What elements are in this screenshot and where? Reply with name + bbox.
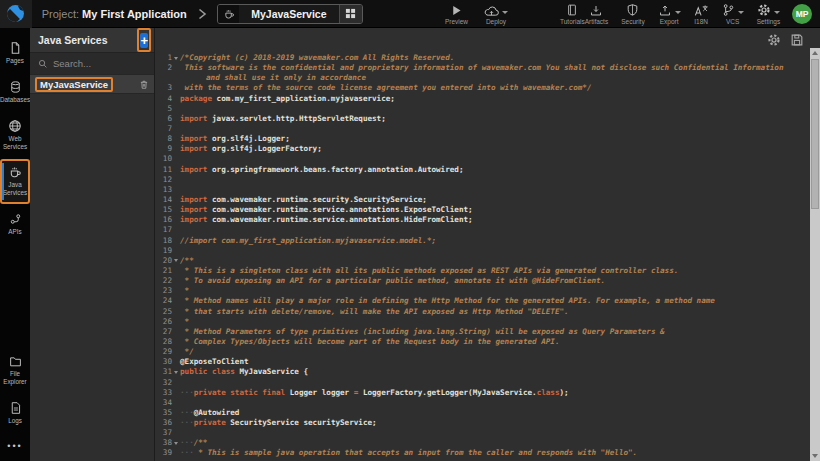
tab-myjavaservice[interactable]: MyJavaService bbox=[217, 4, 363, 24]
code-line[interactable]: 32 bbox=[155, 378, 810, 388]
code-line[interactable]: 37 bbox=[155, 428, 810, 438]
add-service-button[interactable]: + bbox=[140, 33, 148, 48]
sidebar-item-java-services[interactable]: Java Services bbox=[0, 159, 30, 204]
line-number: 30 bbox=[155, 357, 172, 367]
code-line[interactable]: 29 */ bbox=[155, 347, 810, 357]
more-options-button[interactable]: ••• bbox=[0, 433, 30, 461]
code-line[interactable]: 23 * bbox=[155, 286, 810, 296]
fold-marker-icon[interactable] bbox=[172, 367, 180, 377]
editor-scrollbar[interactable] bbox=[810, 48, 820, 461]
fold-marker-icon[interactable] bbox=[172, 53, 180, 63]
code-line[interactable]: and shall use it only in accordance bbox=[155, 73, 810, 83]
fold-marker-icon[interactable] bbox=[172, 256, 180, 266]
code-line[interactable]: 1/*Copyright (c) 2018-2019 wavemaker.com… bbox=[155, 53, 810, 63]
code-line[interactable]: 5 bbox=[155, 104, 810, 114]
vcs-button[interactable]: VCS bbox=[722, 0, 744, 28]
preview-button[interactable]: Preview bbox=[445, 0, 468, 28]
gutter-space bbox=[172, 83, 180, 93]
code-line[interactable]: 10 bbox=[155, 154, 810, 164]
export-button[interactable]: Export bbox=[658, 0, 681, 28]
settings-button[interactable]: Settings bbox=[757, 0, 781, 28]
sidebar-item-file-explorer[interactable]: File Explorer bbox=[0, 349, 30, 393]
line-number: 15 bbox=[155, 205, 172, 215]
code-line[interactable]: 12 bbox=[155, 175, 810, 185]
code-line[interactable]: 3 with the terms of the source code lice… bbox=[155, 83, 810, 93]
branch-icon bbox=[722, 3, 735, 17]
code-line[interactable]: 38···/** bbox=[155, 438, 810, 448]
grid-icon[interactable] bbox=[339, 5, 362, 23]
code-line[interactable]: 6import javax.servlet.http.HttpServletRe… bbox=[155, 114, 810, 124]
editor-settings-button[interactable] bbox=[767, 33, 781, 47]
code-editor[interactable]: 1/*Copyright (c) 2018-2019 wavemaker.com… bbox=[155, 28, 820, 461]
scroll-up-icon[interactable] bbox=[810, 48, 820, 58]
code-line[interactable]: 9import org.slf4j.LoggerFactory; bbox=[155, 144, 810, 154]
i18n-button[interactable]: I18N bbox=[694, 0, 709, 28]
sidebar-item-pages[interactable]: Pages bbox=[0, 35, 30, 72]
code-line[interactable]: 16import com.wavemaker.runtime.service.a… bbox=[155, 215, 810, 225]
line-number: 21 bbox=[155, 266, 172, 276]
code-line[interactable]: 14import com.wavemaker.runtime.security.… bbox=[155, 195, 810, 205]
code-line[interactable]: 22 * To avoid exposing an API for a part… bbox=[155, 276, 810, 286]
tray-down-icon bbox=[589, 4, 603, 17]
sidebar-item-databases[interactable]: Databases bbox=[0, 74, 30, 111]
gutter-space bbox=[172, 388, 180, 398]
book-icon bbox=[566, 2, 578, 17]
code-line[interactable]: 13 bbox=[155, 185, 810, 195]
deploy-button[interactable]: Deploy bbox=[484, 0, 508, 28]
code-line[interactable]: 19 bbox=[155, 246, 810, 256]
code-line[interactable]: 25 * that starts with delete/remove, wil… bbox=[155, 307, 810, 317]
code-line[interactable]: 15import com.wavemaker.runtime.service.a… bbox=[155, 205, 810, 215]
scrollbar-thumb[interactable] bbox=[811, 59, 819, 209]
code-line[interactable]: 27 * Method Parameters of type primitive… bbox=[155, 327, 810, 337]
gutter-space bbox=[172, 215, 180, 225]
topbar-right-actions: ArtifactsSecurityExportI18NVCSSettings bbox=[585, 0, 780, 28]
code-line[interactable]: 34 bbox=[155, 398, 810, 408]
gutter-space bbox=[172, 63, 180, 73]
code-line[interactable]: 39··· * This is sample java operation th… bbox=[155, 448, 810, 458]
code-line[interactable]: 2 This software is the confidential and … bbox=[155, 63, 810, 73]
code-line[interactable]: 4package com.my_first_application.myjava… bbox=[155, 94, 810, 104]
code-line[interactable]: 7 bbox=[155, 124, 810, 134]
code-line[interactable]: 26 * bbox=[155, 317, 810, 327]
code-line[interactable]: 24 * Method names will play a major role… bbox=[155, 296, 810, 306]
code-content[interactable]: 1/*Copyright (c) 2018-2019 wavemaker.com… bbox=[155, 53, 810, 459]
code-line[interactable]: 35···@Autowired bbox=[155, 408, 810, 418]
code-line[interactable]: 36···private SecurityService securitySer… bbox=[155, 418, 810, 428]
gutter-space bbox=[172, 144, 180, 154]
service-list-item[interactable]: MyJavaService bbox=[30, 75, 154, 94]
service-list: MyJavaService bbox=[30, 75, 154, 94]
line-number: 18 bbox=[155, 236, 172, 246]
tab-label: MyJavaService bbox=[239, 5, 338, 23]
gutter-space bbox=[172, 398, 180, 408]
search-icon bbox=[38, 59, 48, 69]
code-line[interactable]: 30@ExposeToClient bbox=[155, 357, 810, 367]
code-line[interactable]: 28 * Complex Types/Objects will become p… bbox=[155, 337, 810, 347]
fold-marker-icon[interactable] bbox=[172, 438, 180, 448]
code-line[interactable]: 31public class MyJavaService { bbox=[155, 367, 810, 377]
wavemaker-logo[interactable] bbox=[0, 0, 32, 28]
user-avatar[interactable]: MP bbox=[792, 4, 812, 24]
code-line[interactable]: 18//import com.my_first_application.myja… bbox=[155, 236, 810, 246]
code-line[interactable]: 33···private static final Logger logger … bbox=[155, 388, 810, 398]
security-button[interactable]: Security bbox=[621, 0, 644, 28]
gutter-space bbox=[172, 195, 180, 205]
code-line[interactable]: 20/** bbox=[155, 256, 810, 266]
service-search-input[interactable]: Search... bbox=[30, 53, 154, 75]
tutorials-button[interactable]: Tutorials bbox=[560, 0, 585, 28]
sidebar-item-web-services[interactable]: Web Services bbox=[0, 113, 30, 158]
code-line[interactable]: 17 bbox=[155, 225, 810, 235]
scroll-down-icon[interactable] bbox=[810, 451, 820, 461]
delete-service-button[interactable] bbox=[139, 79, 149, 90]
project-name[interactable]: My First Application bbox=[82, 8, 187, 20]
gutter-space bbox=[172, 134, 180, 144]
sidebar-item-apis[interactable]: APIs bbox=[0, 206, 30, 243]
code-line[interactable]: 21 * This is a singleton class with all … bbox=[155, 266, 810, 276]
save-button[interactable] bbox=[790, 33, 804, 47]
cloud-up-icon bbox=[484, 5, 499, 17]
gutter-space bbox=[172, 307, 180, 317]
code-line[interactable]: 8import org.slf4j.Logger; bbox=[155, 134, 810, 144]
sidebar-item-logs[interactable]: Logs bbox=[0, 395, 30, 432]
artifacts-button[interactable]: Artifacts bbox=[585, 0, 608, 28]
code-line[interactable]: 11import org.springframework.beans.facto… bbox=[155, 165, 810, 175]
chevron-right-icon[interactable] bbox=[197, 8, 207, 20]
